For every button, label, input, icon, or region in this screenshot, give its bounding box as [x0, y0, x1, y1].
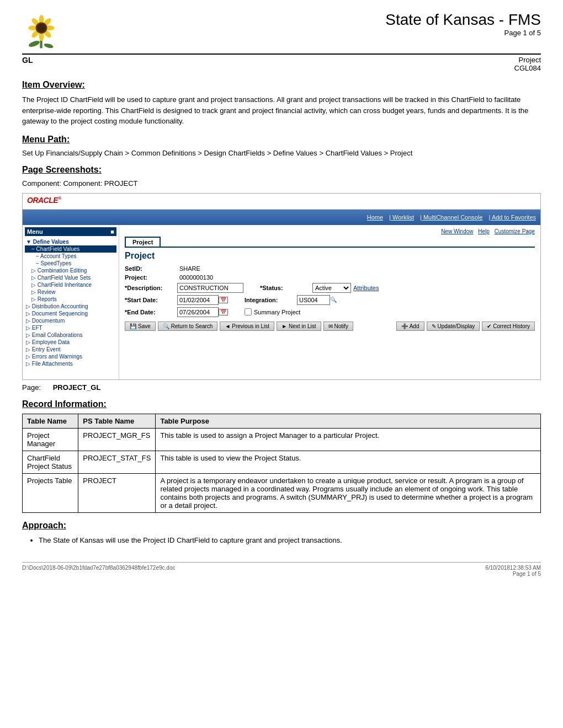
- nav-distribution-accounting[interactable]: ▷ Distribution Accounting: [25, 303, 116, 310]
- start-date-label: *Start Date:: [125, 297, 177, 303]
- description-input[interactable]: [177, 283, 243, 293]
- next-in-list-button[interactable]: ► Next in List: [277, 322, 321, 331]
- add-button[interactable]: ➕ Add: [396, 322, 424, 331]
- update-icon: ✎: [432, 323, 436, 329]
- nav-entry-event[interactable]: ▷ Entry Event: [25, 346, 116, 353]
- nav-define-values[interactable]: ▼ Define Values: [25, 238, 116, 245]
- description-row: *Description: *Status: Active Attributes: [125, 283, 535, 293]
- nav-reports[interactable]: ▷ Reports: [25, 296, 116, 303]
- nav-account-types[interactable]: − Account Types: [25, 253, 116, 260]
- right-buttons: ➕ Add ✎ Update/Display ✔ Correct History: [396, 322, 535, 331]
- nav-chartfield-values[interactable]: − ChartField Values: [25, 245, 116, 253]
- add-favorites-link[interactable]: | Add to Favorites: [489, 214, 536, 221]
- row2-ps-table-name: PROJECT_STAT_FS: [78, 451, 156, 473]
- page-name-row: Page: PROJECT_GL: [22, 383, 541, 392]
- notify-icon: ✉: [328, 323, 333, 329]
- table-row: ChartField Project Status PROJECT_STAT_F…: [23, 451, 541, 473]
- return-to-search-button[interactable]: 🔍 Return to Search: [158, 322, 218, 331]
- summary-project-label: Summary Project: [254, 309, 300, 315]
- code: CGL084: [514, 64, 541, 72]
- integration-search-icon[interactable]: 🔍: [330, 297, 337, 303]
- row1-table-name: Project Manager: [23, 428, 78, 451]
- nav-speedtypes[interactable]: − SpeedTypes: [25, 260, 116, 267]
- project-value: 0000000130: [179, 274, 213, 281]
- row3-purpose: A project is a temporary endeavor undert…: [156, 473, 541, 512]
- tab-row: Project: [125, 237, 535, 248]
- module-project-code: Project CGL084: [514, 56, 541, 72]
- svg-point-1: [28, 40, 41, 48]
- integration-input[interactable]: [297, 295, 330, 305]
- new-window-link[interactable]: New Window: [441, 228, 473, 234]
- update-display-button[interactable]: ✎ Update/Display: [427, 322, 480, 331]
- nav-header: Menu ■: [25, 227, 116, 236]
- ps-content: Menu ■ ▼ Define Values − ChartField Valu…: [23, 225, 540, 379]
- worklist-link[interactable]: | Worklist: [389, 214, 414, 221]
- status-section: *Status: Active Attributes: [260, 283, 379, 293]
- nav-file-attachments[interactable]: ▷ File Attachments: [25, 360, 116, 367]
- integration-section: Integration: 🔍: [245, 295, 337, 305]
- home-link[interactable]: Home: [367, 214, 383, 221]
- org-title: State of Kansas - FMS: [77, 11, 541, 29]
- new-window-row: New Window Help Customize Page: [125, 228, 535, 234]
- nav-documentum[interactable]: ▷ Documentum: [25, 317, 116, 324]
- end-date-row: *End Date: 📅 Summary Project: [125, 307, 535, 317]
- multichannel-link[interactable]: | MultiChannel Console: [420, 214, 483, 221]
- previous-in-list-button[interactable]: ◄ Previous in List: [220, 322, 274, 331]
- page-footer: D:\Docs\2018-06-09\2b1fdad7e27bf8a036294…: [22, 562, 541, 577]
- row3-ps-table-name: PROJECT: [78, 473, 156, 512]
- return-search-icon: 🔍: [163, 323, 169, 329]
- nav-combination-editing[interactable]: ▷ Combination Editing: [25, 267, 116, 274]
- nav-employee-data[interactable]: ▷ Employee Data: [25, 339, 116, 346]
- nav-chartfield-inheritance[interactable]: ▷ ChartField Inheritance: [25, 281, 116, 288]
- approach-title: Approach:: [22, 521, 541, 531]
- button-row: 💾 Save 🔍 Return to Search ◄ Previous in …: [125, 322, 535, 331]
- help-link[interactable]: Help: [478, 228, 490, 234]
- row2-table-name: ChartField Project Status: [23, 451, 78, 473]
- nav-review[interactable]: ▷ Review: [25, 288, 116, 296]
- nav-email-collaborations[interactable]: ▷ Email Collaborations: [25, 331, 116, 339]
- module-row: GL Project CGL084: [22, 53, 541, 72]
- description-label: *Description:: [125, 285, 177, 291]
- status-label: *Status:: [260, 285, 312, 291]
- setid-value: SHARE: [179, 265, 200, 272]
- notify-button[interactable]: ✉ Notify: [323, 322, 354, 331]
- start-date-input[interactable]: [177, 295, 219, 305]
- nav-chartfield-value-sets[interactable]: ▷ ChartField Value Sets: [25, 274, 116, 281]
- attributes-link[interactable]: Attributes: [353, 285, 379, 291]
- save-button[interactable]: 💾 Save: [125, 322, 156, 331]
- record-information-title: Record Information:: [22, 399, 541, 409]
- page-screenshots-title: Page Screenshots:: [22, 165, 541, 175]
- customize-page-link[interactable]: Customize Page: [495, 228, 535, 234]
- nav-close-icon[interactable]: ■: [110, 228, 114, 235]
- add-icon: ➕: [401, 323, 408, 329]
- end-date-calendar-icon[interactable]: 📅: [219, 309, 228, 315]
- page-header: State of Kansas - FMS Page 1 of 5: [22, 11, 541, 51]
- footer-page: Page 1 of 5: [485, 571, 541, 577]
- status-select[interactable]: Active: [312, 283, 351, 293]
- tab-project[interactable]: Project: [125, 237, 161, 247]
- table-row: Projects Table PROJECT A project is a te…: [23, 473, 541, 512]
- setid-label: SetID:: [125, 265, 177, 272]
- correct-history-button[interactable]: ✔ Correct History: [482, 322, 535, 331]
- end-date-input[interactable]: [177, 307, 219, 317]
- nav-eft[interactable]: ▷ EFT: [25, 324, 116, 331]
- oracle-logo: ORACLE®: [27, 196, 536, 205]
- summary-project-checkbox[interactable]: [245, 308, 252, 315]
- module-gl: GL: [22, 56, 33, 72]
- ps-page-title: Project: [125, 251, 535, 261]
- nav-document-sequencing[interactable]: ▷ Document Sequencing: [25, 310, 116, 317]
- nav-title: Menu: [27, 228, 43, 235]
- start-date-row: *Start Date: 📅 Integration: 🔍: [125, 295, 535, 305]
- item-overview-text: The Project ID ChartField will be used t…: [22, 94, 541, 127]
- start-date-calendar-icon[interactable]: 📅: [219, 297, 228, 303]
- integration-label: Integration:: [245, 297, 297, 303]
- sub-module: Project: [514, 56, 541, 64]
- project-row: Project: 0000000130: [125, 274, 535, 281]
- topbar-links: Home | Worklist | MultiChannel Console |…: [363, 214, 536, 221]
- correct-icon: ✔: [487, 323, 491, 329]
- col-ps-table-name: PS Table Name: [78, 414, 156, 428]
- page-info: Page 1 of 5: [77, 29, 541, 37]
- prev-icon: ◄: [225, 323, 230, 329]
- nav-errors-warnings[interactable]: ▷ Errors and Warnings: [25, 353, 116, 360]
- row1-ps-table-name: PROJECT_MGR_FS: [78, 428, 156, 451]
